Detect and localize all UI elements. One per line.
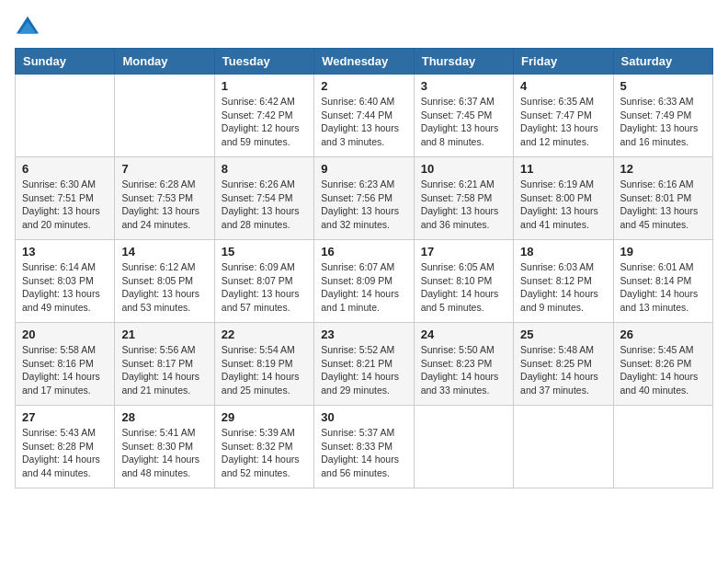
day-info: Sunrise: 6:14 AM Sunset: 8:03 PM Dayligh… [22,260,108,315]
calendar-cell: 27 Sunrise: 5:43 AM Sunset: 8:28 PM Dayl… [16,406,115,488]
day-info: Sunrise: 6:03 AM Sunset: 8:12 PM Dayligh… [520,260,606,315]
calendar-cell [514,406,613,488]
day-info: Sunrise: 6:07 AM Sunset: 8:09 PM Dayligh… [321,260,406,315]
day-info: Sunrise: 6:42 AM Sunset: 7:42 PM Dayligh… [222,95,307,149]
calendar-cell: 9 Sunrise: 6:23 AM Sunset: 7:56 PM Dayli… [314,157,414,240]
calendar-cell: 11 Sunrise: 6:19 AM Sunset: 8:00 PM Dayl… [514,157,613,240]
calendar-cell: 30 Sunrise: 5:37 AM Sunset: 8:33 PM Dayl… [314,406,414,488]
calendar-cell: 19 Sunrise: 6:01 AM Sunset: 8:14 PM Dayl… [613,240,712,323]
calendar-cell: 17 Sunrise: 6:05 AM Sunset: 8:10 PM Dayl… [414,240,513,323]
logo [15,15,44,40]
day-info: Sunrise: 6:28 AM Sunset: 7:53 PM Dayligh… [121,178,207,232]
day-number: 20 [22,327,108,341]
day-info: Sunrise: 5:41 AM Sunset: 8:30 PM Dayligh… [121,426,207,480]
day-number: 5 [620,79,706,93]
day-number: 23 [321,327,406,341]
day-number: 12 [620,162,706,176]
day-number: 13 [22,245,108,259]
calendar-cell: 12 Sunrise: 6:16 AM Sunset: 8:01 PM Dayl… [613,157,712,240]
day-info: Sunrise: 6:12 AM Sunset: 8:05 PM Dayligh… [121,260,207,315]
day-number: 2 [321,79,406,93]
calendar-cell: 23 Sunrise: 5:52 AM Sunset: 8:21 PM Dayl… [314,323,414,406]
calendar-cell: 18 Sunrise: 6:03 AM Sunset: 8:12 PM Dayl… [514,240,613,323]
day-number: 3 [421,79,506,93]
day-number: 16 [321,245,406,259]
calendar-cell: 28 Sunrise: 5:41 AM Sunset: 8:30 PM Dayl… [115,406,214,488]
calendar-cell: 22 Sunrise: 5:54 AM Sunset: 8:19 PM Dayl… [214,323,313,406]
calendar-cell [414,406,513,488]
weekday-header-saturday: Saturday [613,49,712,75]
day-number: 4 [520,79,606,93]
weekday-header-sunday: Sunday [16,49,115,75]
day-info: Sunrise: 6:26 AM Sunset: 7:54 PM Dayligh… [222,178,307,232]
calendar-cell [115,75,214,157]
weekday-header-row: SundayMondayTuesdayWednesdayThursdayFrid… [16,49,713,75]
calendar-week-1: 1 Sunrise: 6:42 AM Sunset: 7:42 PM Dayli… [16,75,713,157]
day-info: Sunrise: 6:33 AM Sunset: 7:49 PM Dayligh… [620,95,706,149]
weekday-header-tuesday: Tuesday [214,49,313,75]
day-info: Sunrise: 5:58 AM Sunset: 8:16 PM Dayligh… [22,343,108,397]
day-number: 24 [421,327,506,341]
calendar-cell: 8 Sunrise: 6:26 AM Sunset: 7:54 PM Dayli… [214,157,313,240]
calendar-cell: 16 Sunrise: 6:07 AM Sunset: 8:09 PM Dayl… [314,240,414,323]
day-number: 14 [121,245,207,259]
day-number: 29 [222,410,307,424]
calendar-cell: 1 Sunrise: 6:42 AM Sunset: 7:42 PM Dayli… [214,75,313,157]
day-number: 19 [620,245,706,259]
day-info: Sunrise: 5:39 AM Sunset: 8:32 PM Dayligh… [222,426,307,480]
weekday-header-monday: Monday [115,49,214,75]
day-number: 7 [121,162,207,176]
calendar-cell: 10 Sunrise: 6:21 AM Sunset: 7:58 PM Dayl… [414,157,513,240]
day-info: Sunrise: 5:37 AM Sunset: 8:33 PM Dayligh… [321,426,406,480]
day-info: Sunrise: 5:56 AM Sunset: 8:17 PM Dayligh… [121,343,207,397]
day-info: Sunrise: 6:21 AM Sunset: 7:58 PM Dayligh… [421,178,506,232]
day-info: Sunrise: 6:01 AM Sunset: 8:14 PM Dayligh… [620,260,706,315]
weekday-header-friday: Friday [514,49,613,75]
day-number: 27 [22,410,108,424]
day-info: Sunrise: 5:48 AM Sunset: 8:25 PM Dayligh… [520,343,606,397]
calendar-cell: 15 Sunrise: 6:09 AM Sunset: 8:07 PM Dayl… [214,240,313,323]
day-info: Sunrise: 6:40 AM Sunset: 7:44 PM Dayligh… [321,95,406,149]
day-number: 8 [222,162,307,176]
calendar-table: SundayMondayTuesdayWednesdayThursdayFrid… [15,48,713,488]
day-number: 15 [222,245,307,259]
day-info: Sunrise: 5:43 AM Sunset: 8:28 PM Dayligh… [22,426,108,480]
day-number: 11 [520,162,606,176]
calendar-cell [613,406,712,488]
day-number: 22 [222,327,307,341]
calendar-cell: 3 Sunrise: 6:37 AM Sunset: 7:45 PM Dayli… [414,75,513,157]
day-number: 6 [22,162,108,176]
day-number: 1 [222,79,307,93]
day-info: Sunrise: 6:37 AM Sunset: 7:45 PM Dayligh… [421,95,506,149]
calendar-cell [16,75,115,157]
day-number: 25 [520,327,606,341]
page-header [15,15,713,40]
calendar-cell: 29 Sunrise: 5:39 AM Sunset: 8:32 PM Dayl… [214,406,313,488]
day-info: Sunrise: 6:19 AM Sunset: 8:00 PM Dayligh… [520,178,606,232]
day-info: Sunrise: 5:50 AM Sunset: 8:23 PM Dayligh… [421,343,506,397]
calendar-cell: 7 Sunrise: 6:28 AM Sunset: 7:53 PM Dayli… [115,157,214,240]
day-info: Sunrise: 6:16 AM Sunset: 8:01 PM Dayligh… [620,178,706,232]
calendar-cell: 6 Sunrise: 6:30 AM Sunset: 7:51 PM Dayli… [16,157,115,240]
day-number: 17 [421,245,506,259]
calendar-cell: 5 Sunrise: 6:33 AM Sunset: 7:49 PM Dayli… [613,75,712,157]
day-info: Sunrise: 5:45 AM Sunset: 8:26 PM Dayligh… [620,343,706,397]
calendar-cell: 13 Sunrise: 6:14 AM Sunset: 8:03 PM Dayl… [16,240,115,323]
day-info: Sunrise: 5:52 AM Sunset: 8:21 PM Dayligh… [321,343,406,397]
calendar-cell: 24 Sunrise: 5:50 AM Sunset: 8:23 PM Dayl… [414,323,513,406]
calendar-week-2: 6 Sunrise: 6:30 AM Sunset: 7:51 PM Dayli… [16,157,713,240]
day-info: Sunrise: 6:30 AM Sunset: 7:51 PM Dayligh… [22,178,108,232]
day-number: 30 [321,410,406,424]
day-number: 28 [121,410,207,424]
calendar-week-5: 27 Sunrise: 5:43 AM Sunset: 8:28 PM Dayl… [16,406,713,488]
day-info: Sunrise: 5:54 AM Sunset: 8:19 PM Dayligh… [222,343,307,397]
logo-icon [15,15,40,40]
day-info: Sunrise: 6:35 AM Sunset: 7:47 PM Dayligh… [520,95,606,149]
day-info: Sunrise: 6:09 AM Sunset: 8:07 PM Dayligh… [222,260,307,315]
calendar-cell: 14 Sunrise: 6:12 AM Sunset: 8:05 PM Dayl… [115,240,214,323]
day-number: 9 [321,162,406,176]
day-number: 26 [620,327,706,341]
calendar-week-3: 13 Sunrise: 6:14 AM Sunset: 8:03 PM Dayl… [16,240,713,323]
calendar-cell: 4 Sunrise: 6:35 AM Sunset: 7:47 PM Dayli… [514,75,613,157]
day-number: 10 [421,162,506,176]
